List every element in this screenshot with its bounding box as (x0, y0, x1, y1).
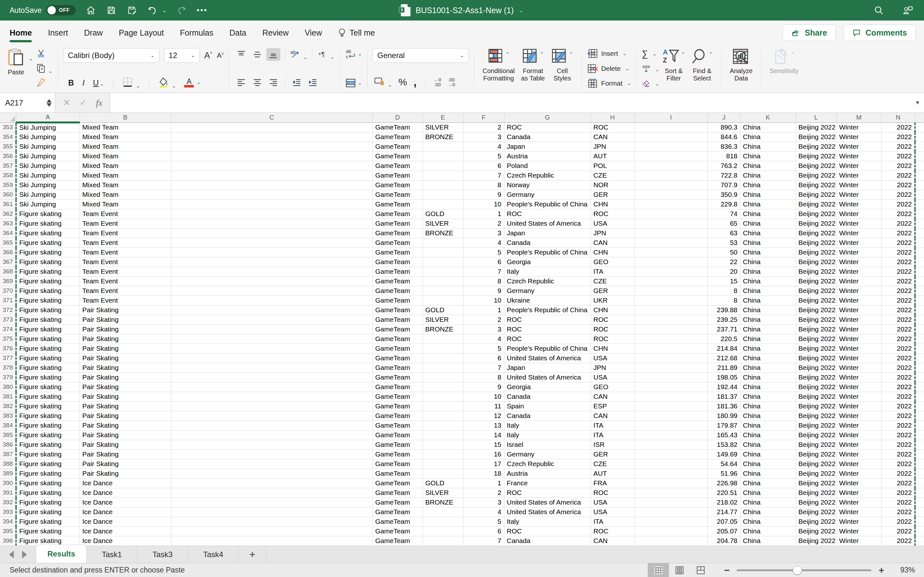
cell-M389[interactable]: Winter (837, 469, 881, 478)
cell-B379[interactable]: Pair Skating (79, 372, 171, 382)
cell-J395[interactable]: 205.07 (708, 526, 740, 536)
cell-N358[interactable]: 2022 (881, 171, 915, 180)
cell-N383[interactable]: 2022 (881, 411, 915, 421)
cell-D379[interactable]: GameTeam (373, 372, 423, 382)
cell-H386[interactable]: ISR (591, 440, 634, 450)
row-header-366[interactable]: 366 (0, 247, 16, 257)
cell-F362[interactable]: 1 (463, 209, 504, 219)
cell-B388[interactable]: Pair Skating (79, 459, 171, 469)
cell-B373[interactable]: Pair Skating (79, 315, 171, 324)
cell-I391[interactable] (634, 488, 708, 498)
cell-E386[interactable] (423, 440, 463, 450)
delete-chevron-icon[interactable]: ⌄ (625, 66, 630, 71)
cell-F378[interactable]: 7 (463, 363, 504, 372)
cell-M367[interactable]: Winter (837, 257, 881, 267)
cell-D360[interactable]: GameTeam (373, 190, 423, 199)
cell-J379[interactable]: 198.05 (708, 372, 740, 382)
cell-A361[interactable]: Ski Jumping (16, 199, 79, 209)
copy-chevron-icon[interactable]: ⌄ (48, 68, 53, 74)
cell-A381[interactable]: Figure skating (16, 392, 79, 401)
cell-B392[interactable]: Ice Dance (79, 498, 171, 507)
cell-C368[interactable] (171, 267, 373, 276)
cell-L393[interactable]: Beijing 2022 (796, 507, 837, 517)
cell-L368[interactable]: Beijing 2022 (796, 267, 837, 276)
cell-N375[interactable]: 2022 (881, 334, 915, 343)
cell-N376[interactable]: 2022 (881, 343, 915, 353)
row-header-364[interactable]: 364 (0, 228, 16, 238)
cell-C359[interactable] (171, 180, 373, 190)
cell-G395[interactable]: ROC (504, 526, 591, 536)
cell-M355[interactable]: Winter (837, 142, 881, 151)
percent-style-button[interactable]: % (399, 77, 407, 87)
home-icon[interactable] (86, 5, 96, 16)
cell-D383[interactable]: GameTeam (373, 411, 423, 421)
cell-F396[interactable]: 7 (463, 536, 504, 546)
cell-C372[interactable] (171, 305, 373, 315)
cell-D377[interactable]: GameTeam (373, 353, 423, 363)
cell-H389[interactable]: AUT (591, 469, 634, 478)
cell-H388[interactable]: CZE (591, 459, 634, 469)
tab-data[interactable]: Data (229, 21, 246, 45)
cell-J389[interactable]: 51.96 (708, 469, 740, 478)
cell-E359[interactable] (423, 180, 463, 190)
cell-N371[interactable]: 2022 (881, 295, 915, 305)
cell-E369[interactable] (423, 276, 463, 286)
cell-J384[interactable]: 179.87 (708, 421, 740, 430)
cell-L366[interactable]: Beijing 2022 (796, 247, 837, 257)
cell-G384[interactable]: Italy (504, 421, 591, 430)
cell-D378[interactable]: GameTeam (373, 363, 423, 372)
cell-G388[interactable]: Czech Republic (504, 459, 591, 469)
cell-K382[interactable]: China (740, 401, 796, 411)
cell-D363[interactable]: GameTeam (373, 219, 423, 228)
cell-N384[interactable]: 2022 (881, 421, 915, 430)
cell-B376[interactable]: Pair Skating (79, 343, 171, 353)
cell-B381[interactable]: Pair Skating (79, 392, 171, 401)
cell-I353[interactable] (634, 122, 708, 132)
cell-K381[interactable]: China (740, 392, 796, 401)
cell-L354[interactable]: Beijing 2022 (796, 132, 837, 142)
cell-J378[interactable]: 211.89 (708, 363, 740, 372)
cell-I384[interactable] (634, 421, 708, 430)
cell-N380[interactable]: 2022 (881, 382, 915, 392)
cell-J394[interactable]: 207.05 (708, 517, 740, 526)
cell-G368[interactable]: Italy (504, 267, 591, 276)
cell-C361[interactable] (171, 199, 373, 209)
cell-J392[interactable]: 218.02 (708, 498, 740, 507)
cell-B393[interactable]: Ice Dance (79, 507, 171, 517)
cell-B361[interactable]: Mixed Team (79, 199, 171, 209)
stepper-up-icon[interactable] (47, 99, 52, 103)
cell-K376[interactable]: China (740, 343, 796, 353)
cell-A364[interactable]: Figure skating (16, 228, 79, 238)
cell-C387[interactable] (171, 450, 373, 459)
cell-D362[interactable]: GameTeam (373, 209, 423, 219)
cell-B354[interactable]: Mixed Team (79, 132, 171, 142)
cell-M395[interactable]: Winter (837, 526, 881, 536)
cell-K378[interactable]: China (740, 363, 796, 372)
cell-D358[interactable]: GameTeam (373, 171, 423, 180)
cell-J356[interactable]: 818 (708, 151, 740, 161)
cell-G372[interactable]: People's Republic of China (504, 305, 591, 315)
cell-L369[interactable]: Beijing 2022 (796, 276, 837, 286)
cell-L377[interactable]: Beijing 2022 (796, 353, 837, 363)
cell-K354[interactable]: China (740, 132, 796, 142)
cell-C389[interactable] (171, 469, 373, 478)
cell-K356[interactable]: China (740, 151, 796, 161)
cell-B356[interactable]: Mixed Team (79, 151, 171, 161)
cell-N396[interactable]: 2022 (881, 536, 915, 546)
row-header-370[interactable]: 370 (0, 286, 16, 295)
cell-N377[interactable]: 2022 (881, 353, 915, 363)
column-header-I[interactable]: I (634, 113, 708, 122)
cell-F394[interactable]: 5 (463, 517, 504, 526)
paste-button[interactable]: Paste (5, 48, 27, 89)
cell-M366[interactable]: Winter (837, 247, 881, 257)
cell-H383[interactable]: CAN (591, 411, 634, 421)
cell-C362[interactable] (171, 209, 373, 219)
cell-K360[interactable]: China (740, 190, 796, 199)
cell-C379[interactable] (171, 372, 373, 382)
cell-F365[interactable]: 4 (463, 238, 504, 247)
cell-G360[interactable]: Germany (504, 190, 591, 199)
cell-E358[interactable] (423, 171, 463, 180)
cell-I377[interactable] (634, 353, 708, 363)
cell-J370[interactable]: 8 (708, 286, 740, 295)
cell-N372[interactable]: 2022 (881, 305, 915, 315)
